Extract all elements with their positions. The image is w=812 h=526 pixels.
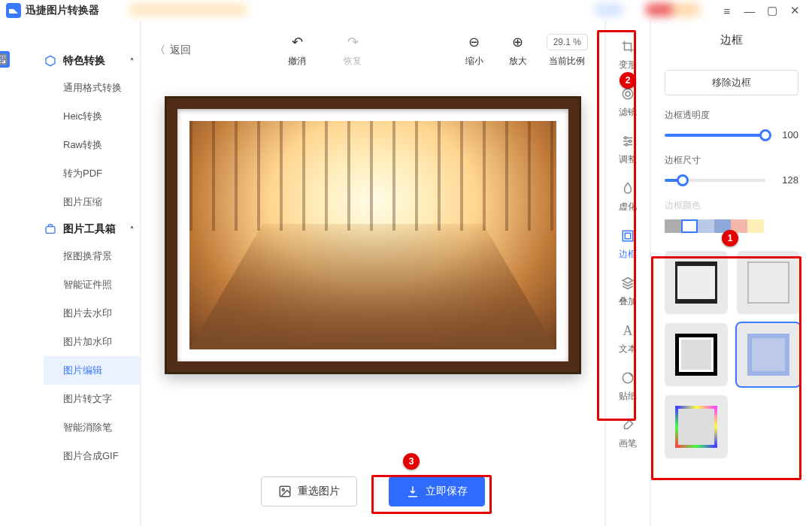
sidebar-item[interactable]: 图片转文字 [44, 385, 140, 413]
tool-text[interactable]: A文本 [606, 316, 650, 363]
window-close[interactable]: ✕ [783, 0, 806, 21]
app-title: 迅捷图片转换器 [26, 4, 99, 17]
redo-label: 恢复 [344, 55, 362, 68]
zoom-in-icon: ⊕ [512, 34, 523, 50]
image-mat [177, 109, 568, 361]
image-preview [189, 121, 556, 349]
opacity-group: 边框透明度 100 [665, 109, 798, 141]
svg-marker-9 [46, 56, 55, 65]
tool-brush[interactable]: 画笔 [606, 410, 650, 458]
frame-style-thin[interactable] [737, 251, 800, 314]
bottom-action-bar: 重选图片 立即保存 [141, 457, 604, 526]
sidebar-item-edit[interactable]: 图片编辑 [44, 356, 140, 385]
filter-icon [620, 86, 635, 101]
panel-title: 边框 [665, 33, 798, 47]
color-swatch[interactable] [665, 219, 681, 233]
hexagon-icon [44, 54, 57, 68]
sidebar-item[interactable]: 通用格式转换 [44, 74, 140, 102]
chevron-up-icon: ˄ [130, 57, 134, 65]
sidebar-item[interactable]: 图片合成GIF [44, 442, 140, 470]
save-button[interactable]: 立即保存 [389, 476, 485, 506]
sidebar-item[interactable]: Heic转换 [44, 102, 140, 131]
tool-border[interactable]: 边框 [606, 221, 650, 268]
canvas-area: 〈 返回 ↶ 撤消 ↷ 恢复 ⊖ 缩小 ⊕ [140, 21, 604, 526]
size-group: 边框尺寸 128 [665, 154, 798, 186]
tool-blur[interactable]: 虚化 [606, 174, 650, 221]
zoom-out-label: 缩小 [465, 55, 483, 68]
tool-sticker[interactable]: 贴纸 [606, 363, 650, 410]
editor-toolbar: 〈 返回 ↶ 撤消 ↷ 恢复 ⊖ 缩小 ⊕ [141, 21, 604, 80]
sidebar-group-label: 图片工具箱 [63, 222, 116, 236]
tool-adjust[interactable]: 调整 [606, 126, 650, 174]
zoom-out-icon: ⊖ [468, 34, 480, 50]
frame-style-film[interactable] [665, 251, 728, 314]
annotation-badge-2: 2 [620, 72, 636, 89]
annotation-badge-3: 3 [403, 453, 420, 470]
reselect-label: 重选图片 [298, 485, 340, 498]
zoom-ratio-label: 当前比例 [549, 55, 585, 68]
frame-style-blue[interactable] [737, 323, 800, 386]
size-slider[interactable] [665, 179, 765, 182]
back-label: 返回 [170, 44, 191, 57]
sidebar-group-label: 特色转换 [63, 54, 105, 68]
sticker-icon [620, 370, 635, 385]
svg-point-14 [623, 89, 633, 99]
opacity-label: 边框透明度 [665, 109, 798, 122]
zoom-in-button[interactable]: ⊕ 放大 [503, 34, 533, 68]
undo-button[interactable]: ↶ 撤消 [282, 34, 312, 68]
chevron-left-icon: 〈 [155, 44, 165, 57]
toolbox-icon [44, 222, 57, 236]
drop-icon [620, 181, 635, 196]
svg-rect-19 [625, 233, 631, 239]
svg-rect-8 [0, 55, 4, 62]
back-button[interactable]: 〈 返回 [155, 44, 191, 57]
image-icon [278, 485, 292, 498]
layers-icon [620, 276, 635, 291]
opacity-slider[interactable] [665, 134, 765, 137]
svg-point-17 [626, 144, 628, 146]
sidebar-group-toolbox[interactable]: 图片工具箱 ˄ [44, 216, 140, 242]
decoration [594, 3, 624, 17]
decoration [128, 3, 248, 17]
svg-rect-7 [0, 57, 6, 64]
size-label: 边框尺寸 [665, 154, 798, 167]
decoration [671, 3, 701, 17]
svg-rect-18 [623, 231, 633, 241]
color-swatch[interactable] [747, 219, 764, 233]
sidebar-item[interactable]: 智能消除笔 [44, 413, 140, 442]
border-panel: 边框 移除边框 边框透明度 100 边框尺寸 128 [650, 21, 812, 526]
sidebar-item[interactable]: 转为PDF [44, 159, 140, 188]
sidebar-item[interactable]: 智能证件照 [44, 271, 140, 299]
reselect-button[interactable]: 重选图片 [261, 476, 357, 506]
window-minimize[interactable]: — [738, 0, 761, 21]
chevron-up-icon: ˄ [130, 225, 134, 234]
window-menu-icon[interactable]: ≡ [716, 0, 738, 21]
sidebar-item[interactable]: Raw转换 [44, 131, 140, 159]
undo-label: 撤消 [288, 55, 306, 68]
frame-style-grid [665, 251, 798, 458]
download-icon [406, 485, 420, 498]
crop-icon [620, 39, 635, 54]
sidebar-item[interactable]: 图片去水印 [44, 299, 140, 328]
sidebar-item[interactable]: 图片压缩 [44, 188, 140, 216]
window-maximize[interactable]: ▢ [761, 0, 783, 21]
mini-rail [0, 21, 44, 526]
sidebar: 特色转换 ˄ 通用格式转换 Heic转换 Raw转换 转为PDF 图片压缩 图片… [44, 21, 140, 526]
zoom-out-button[interactable]: ⊖ 缩小 [459, 34, 489, 68]
redo-button[interactable]: ↷ 恢复 [338, 34, 368, 68]
rail-copy-icon[interactable] [0, 51, 10, 68]
remove-border-button[interactable]: 移除边框 [665, 70, 798, 95]
color-swatch[interactable] [681, 219, 698, 233]
color-swatch[interactable] [698, 219, 714, 233]
sidebar-group-special[interactable]: 特色转换 ˄ [44, 48, 140, 74]
frame-style-rainbow[interactable] [665, 395, 728, 458]
app-logo [6, 3, 21, 18]
sidebar-item[interactable]: 图片加水印 [44, 328, 140, 356]
frame-style-thick[interactable] [665, 323, 728, 386]
annotation-badge-1: 1 [722, 230, 738, 246]
image-frame[interactable] [165, 96, 581, 374]
tool-overlay[interactable]: 叠加 [606, 268, 650, 316]
zoom-ratio[interactable]: 29.1 % 当前比例 [547, 34, 588, 68]
save-label: 立即保存 [426, 485, 468, 498]
sidebar-item[interactable]: 抠图换背景 [44, 242, 140, 271]
